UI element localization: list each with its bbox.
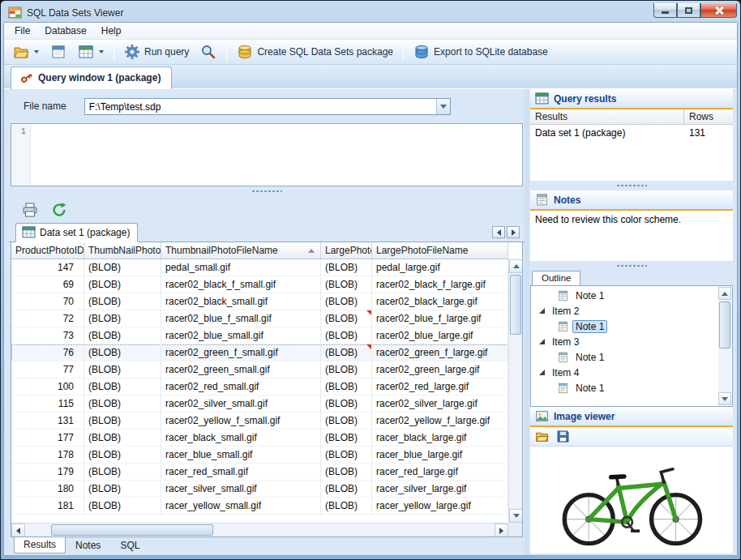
- open-file-button[interactable]: [8, 41, 44, 62]
- tab-outline[interactable]: Outline: [532, 271, 580, 286]
- titlebar[interactable]: SQL Data Sets Viewer: [3, 1, 738, 22]
- table-row[interactable]: 181 (BLOB) racer_yellow_small.gif (BLOB)…: [11, 498, 508, 515]
- table-row[interactable]: 115 (BLOB) racer02_silver_small.gif (BLO…: [11, 395, 508, 413]
- tree-node[interactable]: Note 1: [533, 288, 718, 303]
- grid-body: 147 (BLOB) pedal_small.gif (BLOB) pedal_…: [11, 259, 508, 523]
- tree-node[interactable]: Note 1: [533, 318, 718, 334]
- toolbar-separator: [226, 43, 227, 61]
- save-image-button[interactable]: [556, 430, 570, 443]
- tree-node[interactable]: Item 4: [533, 365, 718, 380]
- sql-editor[interactable]: 1: [11, 123, 523, 186]
- column-header-product-photo-id[interactable]: ProductPhotoID: [11, 242, 84, 259]
- tree-node-label: Note 1: [572, 320, 607, 333]
- table-row[interactable]: 179 (BLOB) racer_red_small.gif (BLOB) ra…: [11, 464, 508, 481]
- scroll-up-button[interactable]: [718, 287, 731, 300]
- scrollbar-thumb[interactable]: [510, 275, 521, 335]
- scroll-right-button[interactable]: [495, 524, 508, 537]
- column-header-large-photo[interactable]: LargePhoto: [321, 242, 372, 259]
- maximize-button[interactable]: [677, 3, 700, 18]
- expand-triangle-icon[interactable]: [539, 339, 549, 344]
- table-row[interactable]: 76 (BLOB) racer02_green_f_small.gif (BLO…: [11, 344, 508, 361]
- open-image-button[interactable]: [535, 430, 549, 443]
- tab-query-window-1[interactable]: Query window 1 (package): [11, 66, 172, 89]
- bottom-tab[interactable]: Results: [14, 536, 66, 554]
- search-button[interactable]: [195, 41, 221, 62]
- bottom-tab[interactable]: SQL: [110, 537, 149, 554]
- table-row[interactable]: 69 (BLOB) racer02_black_f_small.gif (BLO…: [11, 276, 508, 293]
- cell-large-file: racer02_black_large.gif: [372, 293, 508, 310]
- menu-item[interactable]: File: [7, 23, 37, 39]
- table-row[interactable]: 177 (BLOB) racer_black_small.gif (BLOB) …: [11, 430, 508, 447]
- cell-large-file: racer02_green_f_large.gif: [372, 344, 508, 361]
- minimize-icon: [662, 11, 669, 14]
- export-sqlite-button[interactable]: Export to SQLite database: [409, 41, 553, 62]
- scrollbar-track[interactable]: [509, 273, 522, 509]
- horizontal-splitter[interactable]: [9, 186, 525, 196]
- bottom-tab[interactable]: Notes: [66, 537, 110, 554]
- cell-large-photo: (BLOB): [321, 481, 372, 498]
- scroll-down-button[interactable]: [509, 509, 523, 523]
- table-row[interactable]: 180 (BLOB) racer_silver_small.gif (BLOB)…: [11, 481, 508, 498]
- table-row[interactable]: 178 (BLOB) racer_blue_small.gif (BLOB) r…: [11, 447, 508, 464]
- table-row[interactable]: 77 (BLOB) racer02_green_small.gif (BLOB)…: [11, 361, 508, 378]
- expand-triangle-icon[interactable]: [539, 370, 549, 375]
- notes-text[interactable]: Need to review this color scheme.: [530, 211, 733, 261]
- run-query-button[interactable]: Run query: [119, 41, 194, 62]
- menu-item[interactable]: Database: [37, 23, 93, 39]
- scroll-left-button[interactable]: [11, 524, 25, 537]
- table-row[interactable]: 72 (BLOB) racer02_blue_f_small.gif (BLOB…: [11, 310, 508, 327]
- tree-node[interactable]: Note 1: [533, 349, 718, 365]
- table-row[interactable]: 100 (BLOB) racer02_red_small.gif (BLOB) …: [11, 378, 508, 395]
- app-icon: [8, 6, 22, 19]
- minimize-button[interactable]: [653, 3, 677, 18]
- print-button[interactable]: [20, 200, 40, 220]
- tree-node[interactable]: Item 2: [533, 303, 718, 318]
- gear-icon: [124, 44, 140, 60]
- cell-thumbnail-file: pedal_small.gif: [161, 259, 321, 276]
- scrollbar-track[interactable]: [25, 524, 495, 536]
- scroll-tabs-right-button[interactable]: [507, 226, 520, 238]
- close-button[interactable]: [700, 3, 737, 18]
- panel-splitter[interactable]: [530, 261, 733, 271]
- table-view-button[interactable]: [73, 41, 109, 62]
- cell-thumbnail-file: racer02_blue_f_small.gif: [161, 310, 321, 327]
- arrow-up-icon: [513, 264, 520, 268]
- grid-horizontal-scrollbar[interactable]: [11, 523, 508, 536]
- scrollbar-thumb[interactable]: [719, 301, 730, 348]
- scroll-tabs-left-button[interactable]: [492, 226, 505, 238]
- tab-dataset-1[interactable]: Data set 1 (package): [15, 223, 138, 242]
- sql-editor-text[interactable]: [31, 124, 522, 186]
- cell-thumbnail-photo: (BLOB): [84, 293, 161, 310]
- column-header-thumbnail-photo[interactable]: ThumbNailPhoto: [84, 242, 161, 259]
- grid-vertical-scrollbar[interactable]: [508, 259, 522, 523]
- table-row[interactable]: 70 (BLOB) racer02_black_small.gif (BLOB)…: [11, 293, 508, 310]
- column-header-results[interactable]: Results: [530, 109, 684, 124]
- scroll-down-button[interactable]: [718, 392, 731, 405]
- menu-item-label: Help: [101, 25, 122, 36]
- tree-node[interactable]: Item 3: [533, 334, 718, 349]
- menu-item[interactable]: Help: [94, 23, 129, 39]
- scrollbar-thumb[interactable]: [51, 524, 213, 536]
- column-header-rows[interactable]: Rows: [684, 109, 733, 124]
- arrow-left-icon: [16, 528, 20, 534]
- query-result-row[interactable]: Data set 1 (package) 131: [530, 125, 733, 141]
- panel-splitter[interactable]: [530, 181, 733, 190]
- tree-node[interactable]: Note 1: [533, 380, 718, 395]
- create-package-button[interactable]: Create SQL Data Sets package: [232, 41, 398, 62]
- new-query-window-button[interactable]: [45, 41, 71, 62]
- table-row[interactable]: 131 (BLOB) racer02_yellow_f_small.gif (B…: [11, 413, 508, 430]
- outline-scrollbar[interactable]: [718, 287, 731, 405]
- scrollbar-track[interactable]: [718, 300, 731, 392]
- cell-large-photo: (BLOB): [321, 413, 372, 430]
- column-header-thumbnail-file[interactable]: ThumbnailPhotoFileName: [161, 242, 321, 259]
- table-row[interactable]: 73 (BLOB) racer02_blue_small.gif (BLOB) …: [11, 327, 508, 344]
- query-window-icon: [50, 44, 66, 60]
- file-name-combobox[interactable]: F:\Temp\test.sdp: [84, 98, 451, 115]
- table-row[interactable]: 147 (BLOB) pedal_small.gif (BLOB) pedal_…: [11, 259, 508, 276]
- column-header-large-file[interactable]: LargePhotoFileName: [372, 242, 508, 259]
- refresh-results-button[interactable]: [49, 200, 69, 220]
- expand-triangle-icon[interactable]: [539, 308, 549, 314]
- scroll-up-button[interactable]: [509, 259, 523, 273]
- cell-thumbnail-photo: (BLOB): [84, 310, 161, 327]
- combobox-dropdown-button[interactable]: [436, 99, 450, 114]
